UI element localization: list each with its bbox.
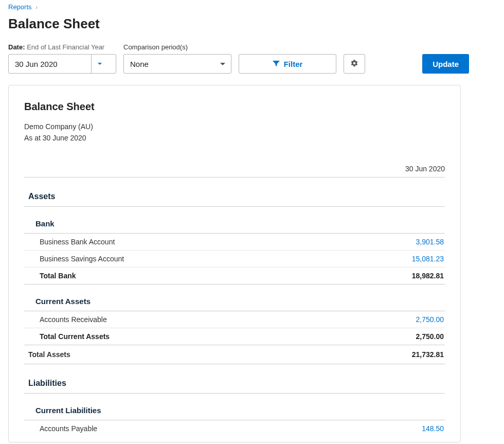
date-dropdown-value: 30 Jun 2020 xyxy=(9,55,91,73)
date-dropdown-caret[interactable] xyxy=(91,55,107,73)
row-label: Accounts Payable xyxy=(24,424,97,433)
total-row-assets: Total Assets 21,732.81 xyxy=(24,345,445,364)
row-value[interactable]: 3,901.58 xyxy=(416,238,445,246)
report-company: Demo Company (AU) xyxy=(24,121,445,132)
settings-button[interactable] xyxy=(344,54,365,74)
page-title: Balance Sheet xyxy=(8,16,496,32)
date-dropdown[interactable]: 30 Jun 2020 xyxy=(8,54,116,74)
row-value: 21,732.81 xyxy=(412,350,445,359)
row-label: Total Bank xyxy=(24,272,76,280)
controls-row: Date: End of Last Financial Year 30 Jun … xyxy=(8,43,496,74)
table-row: Accounts Receivable 2,750.00 xyxy=(24,311,445,328)
chevron-right-icon: › xyxy=(35,4,38,10)
row-value: 18,982.81 xyxy=(412,272,445,280)
report-as-at: As at 30 June 2020 xyxy=(24,132,445,144)
sub-heading-current-assets: Current Assets xyxy=(24,285,445,311)
row-label: Accounts Receivable xyxy=(24,315,107,324)
section-heading-liabilities: Liabilities xyxy=(24,364,445,394)
filter-icon xyxy=(273,61,280,67)
row-value: 2,750.00 xyxy=(416,332,445,341)
comparison-dropdown-value: None xyxy=(124,55,214,73)
comparison-dropdown[interactable]: None xyxy=(123,54,231,74)
sub-heading-bank: Bank xyxy=(24,207,445,234)
row-value[interactable]: 2,750.00 xyxy=(416,315,445,324)
sub-heading-current-liabilities: Current Liabilities xyxy=(24,394,445,420)
row-value[interactable]: 148.50 xyxy=(422,424,445,433)
comparison-label: Comparison period(s) xyxy=(123,43,231,51)
report-card: Balance Sheet Demo Company (AU) As at 30… xyxy=(8,85,461,442)
update-button[interactable]: Update xyxy=(422,54,469,74)
caret-down-icon xyxy=(220,63,225,65)
row-label: Business Savings Account xyxy=(24,255,124,263)
row-value[interactable]: 15,081.23 xyxy=(412,255,445,263)
report-title: Balance Sheet xyxy=(24,101,445,113)
total-row-current-assets: Total Current Assets 2,750.00 xyxy=(24,328,445,345)
column-header-date: 30 Jun 2020 xyxy=(24,165,445,177)
breadcrumb-link-reports[interactable]: Reports xyxy=(8,3,32,11)
filter-button-label: Filter xyxy=(284,60,303,68)
comparison-dropdown-caret[interactable] xyxy=(214,55,231,73)
report-meta: Demo Company (AU) As at 30 June 2020 xyxy=(24,121,445,144)
table-row: Business Bank Account 3,901.58 xyxy=(24,234,445,251)
date-label: Date: End of Last Financial Year xyxy=(8,43,116,51)
table-row: Accounts Payable 148.50 xyxy=(24,420,445,437)
table-row: Business Savings Account 15,081.23 xyxy=(24,251,445,268)
breadcrumb: Reports › xyxy=(8,3,496,11)
filter-button[interactable]: Filter xyxy=(239,54,336,74)
section-heading-assets: Assets xyxy=(24,177,445,207)
gear-icon xyxy=(350,59,358,69)
row-label: Business Bank Account xyxy=(24,238,115,246)
row-label: Total Assets xyxy=(24,350,70,359)
row-label: Total Current Assets xyxy=(24,332,110,341)
total-row-bank: Total Bank 18,982.81 xyxy=(24,268,445,285)
caret-down-icon xyxy=(98,63,102,65)
